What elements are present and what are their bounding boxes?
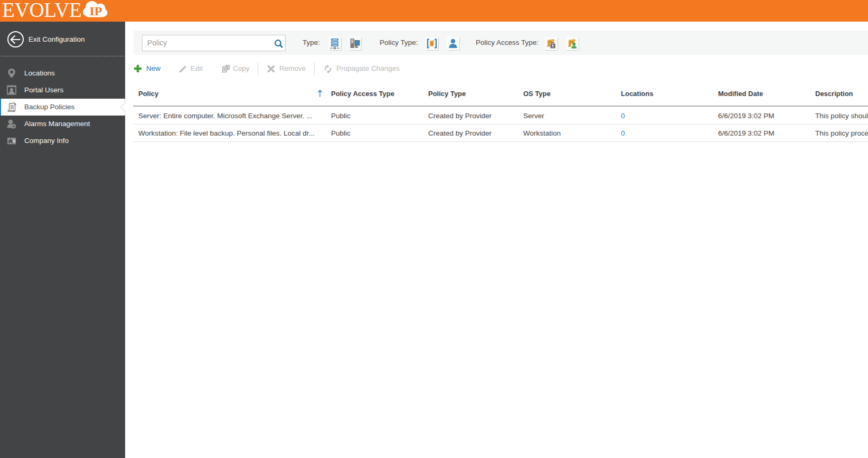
svg-text:IP: IP — [90, 4, 102, 18]
